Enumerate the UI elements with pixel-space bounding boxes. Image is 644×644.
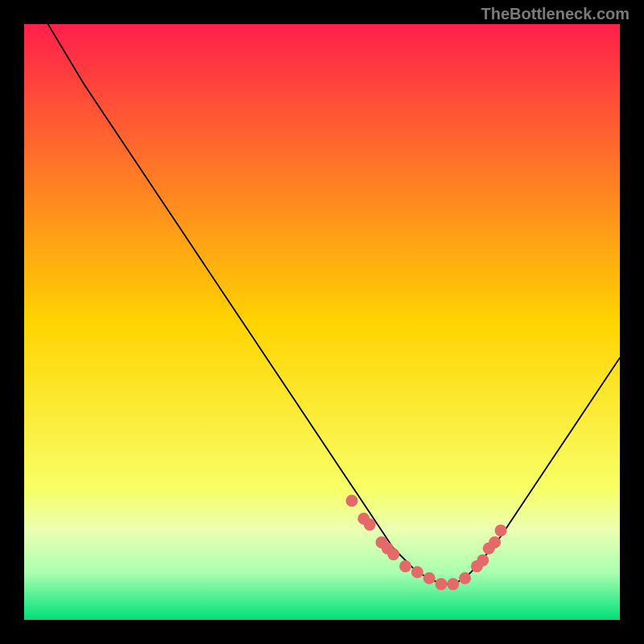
marker-dot <box>436 578 448 590</box>
marker-dot <box>447 578 459 590</box>
watermark-text: TheBottleneck.com <box>481 5 630 23</box>
marker-dot <box>423 572 436 584</box>
marker-dot <box>489 536 501 548</box>
chart-svg <box>24 24 620 620</box>
marker-dot <box>399 560 411 572</box>
marker-dot <box>364 518 376 530</box>
marker-dot <box>387 548 399 560</box>
marker-dot <box>411 566 423 578</box>
chart-container <box>24 24 620 620</box>
marker-dot <box>346 495 358 507</box>
marker-dot <box>459 572 471 584</box>
marker-dot <box>477 555 489 567</box>
marker-dot <box>495 525 507 537</box>
chart-background <box>24 24 620 620</box>
